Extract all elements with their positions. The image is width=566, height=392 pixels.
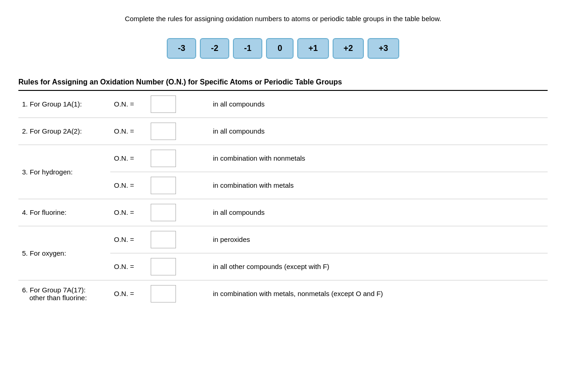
on-label: O.N. = [110,118,147,145]
token-minus1[interactable]: -1 [233,38,262,59]
rule-description: in all compounds [209,91,548,118]
rule-description: in peroxides [209,226,548,253]
drop-box-cell [147,199,209,226]
table-row: 3. For hydrogen:O.N. =in combination wit… [18,145,548,172]
rules-table: 1. For Group 1A(1):O.N. =in all compound… [18,91,548,307]
drop-box[interactable] [151,258,176,275]
token-plus2[interactable]: +2 [333,38,364,59]
table-title: Rules for Assigning an Oxidation Number … [18,77,548,87]
drop-box[interactable] [151,177,176,194]
drop-box-cell [147,172,209,199]
token-plus1[interactable]: +1 [297,38,329,59]
table-row: 6. For Group 7A(17):other than fluorine:… [18,280,548,307]
token-minus3[interactable]: -3 [167,38,196,59]
table-row: 4. For fluorine:O.N. =in all compounds [18,199,548,226]
token-0[interactable]: 0 [266,38,294,59]
rule-description: in combination with metals [209,172,548,199]
on-label: O.N. = [110,172,147,199]
token-plus3[interactable]: +3 [368,38,399,59]
rule-label: 4. For fluorine: [18,199,110,226]
rule-label: 5. For oxygen: [18,226,110,280]
token-container: -3-2-10+1+2+3 [18,38,548,59]
drop-box-cell [147,145,209,172]
rule-label-sub: other than fluorine: [22,293,87,302]
on-label: O.N. = [110,280,147,307]
drop-box[interactable] [151,95,176,113]
table-row: 2. For Group 2A(2):O.N. =in all compound… [18,118,548,145]
token-minus2[interactable]: -2 [200,38,229,59]
drop-box-cell [147,118,209,145]
rule-label: 2. For Group 2A(2): [18,118,110,145]
drop-box[interactable] [151,231,176,248]
drop-box[interactable] [151,123,176,140]
rule-description: in all compounds [209,118,548,145]
drop-box[interactable] [151,150,176,167]
instruction-text: Complete the rules for assigning oxidati… [18,14,548,24]
drop-box-cell [147,253,209,280]
rule-description: in combination with metals, nonmetals (e… [209,280,548,307]
rule-label: 1. For Group 1A(1): [18,91,110,118]
table-row: 1. For Group 1A(1):O.N. =in all compound… [18,91,548,118]
table-row: 5. For oxygen:O.N. =in peroxides [18,226,548,253]
on-label: O.N. = [110,91,147,118]
drop-box-cell [147,91,209,118]
rule-description: in all compounds [209,199,548,226]
rule-label: 3. For hydrogen: [18,145,110,199]
drop-box[interactable] [151,204,176,221]
rule-label: 6. For Group 7A(17):other than fluorine: [18,280,110,307]
drop-box[interactable] [151,285,176,302]
drop-box-cell [147,226,209,253]
on-label: O.N. = [110,226,147,253]
rule-description: in all other compounds (except with F) [209,253,548,280]
rule-description: in combination with nonmetals [209,145,548,172]
on-label: O.N. = [110,145,147,172]
drop-box-cell [147,280,209,307]
on-label: O.N. = [110,253,147,280]
on-label: O.N. = [110,199,147,226]
